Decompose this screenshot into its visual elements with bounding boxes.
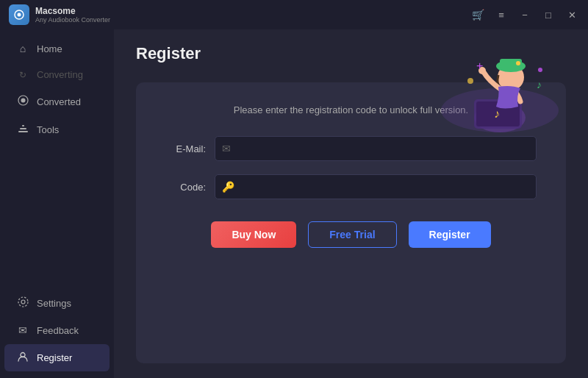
home-icon: ⌂ bbox=[16, 43, 29, 54]
feedback-icon: ✉ bbox=[16, 324, 29, 336]
sidebar-item-tools-label: Tools bbox=[37, 124, 59, 135]
tools-icon bbox=[16, 123, 29, 136]
code-input-wrapper: 🔑 bbox=[215, 174, 537, 199]
code-input[interactable] bbox=[215, 174, 537, 199]
close-button[interactable]: ✕ bbox=[562, 7, 582, 23]
email-label: E-Mail: bbox=[165, 143, 206, 154]
svg-point-18 bbox=[516, 61, 520, 65]
svg-point-7 bbox=[21, 300, 25, 304]
svg-text:♪: ♪ bbox=[494, 107, 500, 120]
illustration: ♪ + bbox=[434, 37, 566, 132]
main-content: Register ♪ bbox=[114, 29, 588, 378]
svg-rect-5 bbox=[20, 128, 26, 129]
app-logo bbox=[9, 4, 29, 25]
sidebar-item-converted-label: Converted bbox=[37, 96, 81, 107]
register-button[interactable]: Register bbox=[409, 221, 491, 248]
settings-icon bbox=[16, 296, 29, 310]
converting-icon: ↻ bbox=[16, 70, 29, 80]
free-trial-button[interactable]: Free Trial bbox=[308, 221, 396, 248]
buy-now-button[interactable]: Buy Now bbox=[211, 221, 296, 248]
app-subtitle: Any Audiobook Converter bbox=[35, 16, 110, 24]
svg-rect-4 bbox=[18, 131, 28, 132]
sidebar-item-converted[interactable]: Converted bbox=[4, 88, 110, 115]
svg-point-22 bbox=[467, 78, 473, 84]
svg-rect-6 bbox=[22, 125, 24, 126]
email-input[interactable] bbox=[215, 136, 537, 161]
maximize-button[interactable]: □ bbox=[538, 7, 559, 23]
sidebar-item-register-label: Register bbox=[37, 352, 72, 363]
svg-text:+: + bbox=[476, 60, 483, 72]
code-row: Code: 🔑 bbox=[165, 174, 537, 199]
menu-button[interactable]: ≡ bbox=[491, 7, 512, 23]
code-label: Code: bbox=[165, 182, 206, 193]
register-icon bbox=[16, 351, 29, 365]
register-page: Register ♪ bbox=[114, 29, 588, 378]
window-controls: 🛒 ≡ − □ ✕ bbox=[467, 7, 582, 23]
svg-point-3 bbox=[21, 99, 25, 103]
converted-icon bbox=[16, 95, 29, 108]
app-title-block: Macsome Any Audiobook Converter bbox=[35, 6, 110, 24]
sidebar-item-settings[interactable]: Settings bbox=[4, 290, 110, 316]
sidebar-item-feedback[interactable]: ✉ Feedback bbox=[4, 318, 110, 343]
svg-point-8 bbox=[18, 297, 28, 307]
sidebar-item-register[interactable]: Register bbox=[4, 344, 110, 371]
sidebar-item-tools[interactable]: Tools bbox=[4, 116, 110, 143]
sidebar-item-settings-label: Settings bbox=[37, 298, 71, 309]
email-input-wrapper: ✉ bbox=[215, 136, 537, 161]
email-row: E-Mail: ✉ bbox=[165, 136, 537, 161]
title-bar: Macsome Any Audiobook Converter 🛒 ≡ − □ … bbox=[0, 0, 588, 29]
cart-button[interactable]: 🛒 bbox=[467, 7, 488, 23]
svg-text:♪: ♪ bbox=[537, 79, 542, 90]
sidebar-item-home[interactable]: ⌂ Home bbox=[4, 36, 110, 61]
minimize-button[interactable]: − bbox=[514, 7, 535, 23]
sidebar-item-home-label: Home bbox=[37, 43, 62, 54]
svg-point-23 bbox=[538, 68, 542, 72]
sidebar-item-converting-label: Converting bbox=[37, 69, 83, 80]
sidebar: ⌂ Home ↻ Converting Converted bbox=[0, 29, 114, 378]
sidebar-item-converting: ↻ Converting bbox=[4, 63, 110, 87]
app-body: ⌂ Home ↻ Converting Converted bbox=[0, 29, 588, 378]
sidebar-item-feedback-label: Feedback bbox=[37, 325, 79, 336]
app-branding: Macsome Any Audiobook Converter bbox=[9, 4, 110, 25]
svg-point-1 bbox=[18, 13, 21, 17]
form-buttons: Buy Now Free Trial Register bbox=[165, 221, 537, 248]
app-name: Macsome bbox=[35, 6, 110, 16]
